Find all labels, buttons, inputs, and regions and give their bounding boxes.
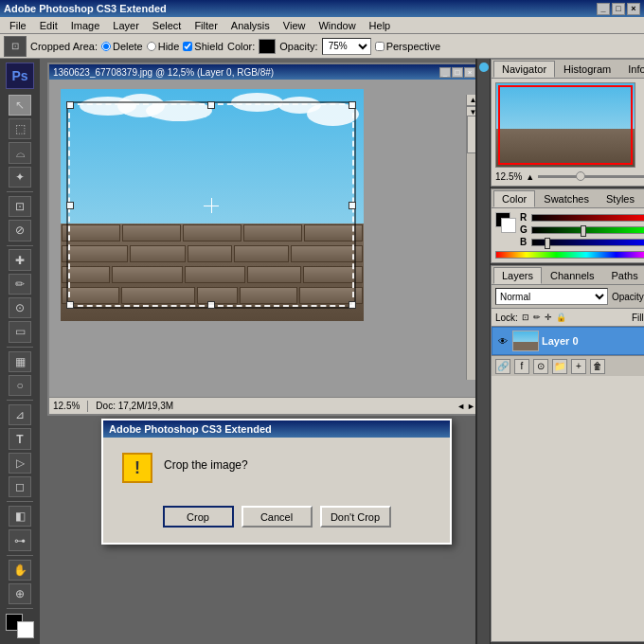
menu-view[interactable]: View — [277, 19, 312, 32]
g-thumb[interactable] — [581, 225, 586, 237]
foreground-background-colors[interactable] — [6, 614, 34, 638]
crop-button[interactable]: Crop — [163, 506, 234, 528]
g-slider[interactable] — [531, 226, 644, 234]
tool-eyedropper[interactable]: ⊶ — [9, 529, 31, 550]
doc-file-size: Doc: 17,2M/19,3M — [96, 401, 173, 411]
tool-pen[interactable]: ⊿ — [9, 404, 31, 425]
delete-layer-btn[interactable]: 🗑 — [590, 359, 605, 374]
lock-all-icon[interactable]: 🔒 — [556, 313, 566, 322]
tool-gradient[interactable]: ▦ — [9, 351, 31, 372]
right-layout: Navigator Histogram Info ▼ × — [477, 59, 644, 644]
blend-mode-select[interactable]: Normal — [495, 288, 608, 305]
opacity-select[interactable]: 75% 25% 50% 100% — [322, 38, 371, 55]
tool-marquee[interactable]: ⬚ — [9, 118, 31, 139]
menu-window[interactable]: Window — [313, 19, 361, 32]
lock-label: Lock: — [495, 313, 518, 323]
dialog-body: ! Crop the image? — [103, 438, 450, 498]
shield-checkbox[interactable]: Shield — [183, 41, 224, 52]
minimize-button[interactable]: _ — [597, 3, 610, 15]
color-swatches: R 0 G — [495, 212, 644, 249]
background-color[interactable] — [17, 621, 34, 638]
tool-path-select[interactable]: ▷ — [9, 453, 31, 474]
layer-row-0[interactable]: 👁 Layer 0 — [492, 327, 644, 355]
add-mask-btn[interactable]: ⊙ — [533, 359, 548, 374]
tool-move[interactable]: ↖ — [9, 95, 31, 116]
tool-dodge[interactable]: ○ — [9, 375, 31, 396]
tool-shape[interactable]: ◻ — [9, 476, 31, 497]
link-layers-btn[interactable]: 🔗 — [495, 359, 510, 374]
g-label: G — [520, 224, 529, 235]
menu-layer[interactable]: Layer — [107, 19, 145, 32]
doc-scrollbar-v[interactable]: ▲ ▼ — [466, 95, 475, 380]
hide-radio[interactable]: Hide — [147, 41, 180, 52]
doc-minimize-btn[interactable]: _ — [439, 67, 451, 78]
menu-image[interactable]: Image — [65, 19, 106, 32]
menu-analysis[interactable]: Analysis — [225, 19, 276, 32]
lock-transparent-icon[interactable]: ⊡ — [522, 313, 529, 322]
new-group-btn[interactable]: 📁 — [552, 359, 567, 374]
tool-lasso[interactable]: ⌓ — [9, 142, 31, 163]
shield-color-swatch[interactable] — [259, 39, 276, 54]
tab-color[interactable]: Color — [493, 190, 535, 207]
menu-help[interactable]: Help — [364, 19, 397, 32]
zoom-out-btn[interactable]: ▲ — [526, 172, 534, 182]
tool-hand[interactable]: ✋ — [9, 560, 31, 581]
nav-viewport-box[interactable] — [498, 85, 633, 165]
add-style-btn[interactable]: f — [514, 359, 529, 374]
canvas-area: 1360623_67708379.jpg @ 12,5% (Layer 0, R… — [40, 59, 475, 644]
cancel-button[interactable]: Cancel — [242, 506, 313, 528]
tool-divider-6 — [7, 555, 33, 556]
perspective-checkbox[interactable]: Perspective — [375, 41, 440, 52]
scroll-up-btn[interactable]: ▲ — [467, 95, 475, 106]
tab-channels[interactable]: Channels — [542, 267, 602, 284]
canvas-image[interactable] — [61, 89, 364, 321]
tab-layers[interactable]: Layers — [493, 267, 542, 284]
tool-zoom[interactable]: ⊕ — [9, 583, 31, 604]
tool-brush[interactable]: ✏ — [9, 274, 31, 295]
doc-maximize-btn[interactable]: □ — [452, 67, 463, 78]
color-background[interactable] — [501, 218, 516, 233]
tool-slice[interactable]: ⊘ — [9, 220, 31, 241]
b-thumb[interactable] — [545, 238, 550, 249]
tool-type[interactable]: T — [9, 428, 31, 449]
r-slider[interactable] — [531, 214, 644, 222]
zoom-slider-thumb[interactable] — [576, 171, 585, 181]
tool-healing[interactable]: ✚ — [9, 249, 31, 270]
scroll-right-btn[interactable]: ► — [467, 402, 475, 411]
tool-stamp[interactable]: ⊙ — [9, 297, 31, 318]
stone-row-1 — [61, 224, 364, 242]
menu-filter[interactable]: Filter — [188, 19, 223, 32]
layer-visibility-eye[interactable]: 👁 — [496, 334, 510, 348]
tool-eraser[interactable]: ▭ — [9, 321, 31, 342]
tab-histogram[interactable]: Histogram — [555, 61, 619, 78]
tab-navigator[interactable]: Navigator — [493, 61, 555, 78]
close-button[interactable]: × — [627, 3, 640, 15]
thumb-sky — [513, 331, 538, 342]
tool-notes[interactable]: ◧ — [9, 506, 31, 527]
doc-close-btn[interactable]: × — [464, 67, 475, 78]
scroll-controls-h[interactable]: ◄ ► — [456, 402, 475, 411]
scroll-thumb-v[interactable] — [467, 116, 475, 153]
menu-select[interactable]: Select — [147, 19, 188, 32]
tab-styles[interactable]: Styles — [598, 190, 643, 207]
new-layer-btn[interactable]: + — [571, 359, 586, 374]
lock-paint-icon[interactable]: ✏ — [533, 313, 541, 322]
delete-radio[interactable]: Delete — [101, 41, 143, 52]
stone — [303, 266, 363, 283]
stone — [299, 287, 363, 304]
menu-edit[interactable]: Edit — [34, 19, 63, 32]
tool-crop[interactable]: ⊡ — [9, 196, 31, 217]
scroll-left-btn[interactable]: ◄ — [456, 402, 465, 411]
lock-move-icon[interactable]: ✛ — [545, 313, 552, 322]
tab-info[interactable]: Info — [619, 61, 644, 78]
b-slider[interactable] — [531, 239, 644, 246]
color-spectrum-bar[interactable] — [495, 251, 644, 259]
menu-file[interactable]: File — [4, 19, 32, 32]
tool-magic-wand[interactable]: ✦ — [9, 167, 31, 188]
zoom-slider[interactable] — [538, 175, 644, 178]
tab-swatches[interactable]: Swatches — [535, 190, 598, 207]
tab-paths[interactable]: Paths — [603, 267, 644, 284]
maximize-button[interactable]: □ — [612, 3, 625, 15]
color-fg-bg[interactable] — [495, 212, 516, 233]
dont-crop-button[interactable]: Don't Crop — [320, 506, 391, 528]
